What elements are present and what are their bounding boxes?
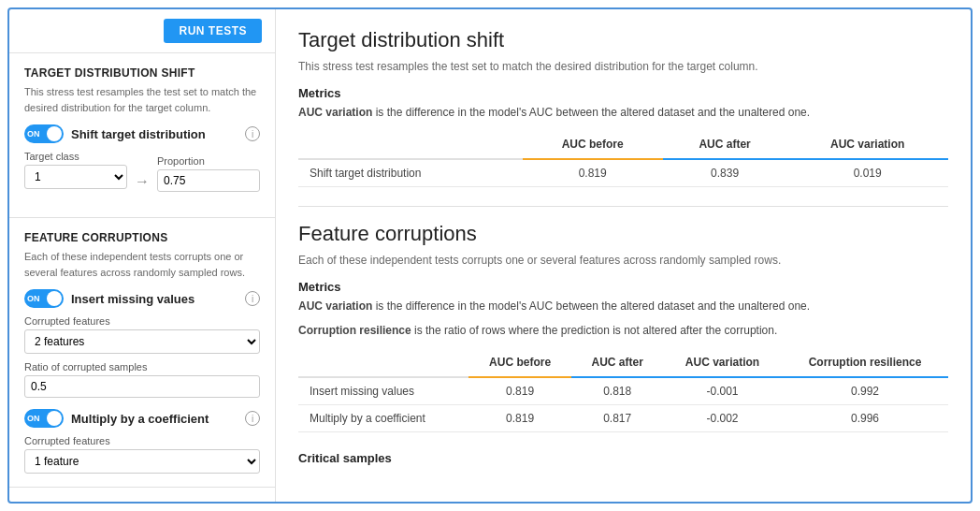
target-toggle-label: Shift target distribution xyxy=(71,127,206,141)
fc-row-name-1: Insert missing values xyxy=(298,377,468,405)
run-tests-bar: RUN TESTS xyxy=(9,9,275,53)
multiply-toggle-circle xyxy=(47,411,62,426)
target-info-icon[interactable]: i xyxy=(245,126,260,141)
feature-corruptions-section: FEATURE CORRUPTIONS Each of these indepe… xyxy=(9,218,275,488)
col-header-row-label-1 xyxy=(298,130,523,159)
col-header-auc-variation-1: AUC variation xyxy=(786,130,948,159)
auc-before-val-1: 0.819 xyxy=(523,159,663,187)
fc-corruption-resilience-2: 0.996 xyxy=(782,405,948,432)
insert-missing-toggle-row: ON Insert missing values i xyxy=(24,289,260,308)
auc-variation-text: is the difference in the model's AUC bet… xyxy=(372,106,810,119)
run-tests-button[interactable]: RUN TESTS xyxy=(164,19,262,43)
insert-missing-label: Insert missing values xyxy=(71,292,195,306)
insert-toggle-circle xyxy=(47,291,62,306)
col-header-auc-before-2: AUC before xyxy=(468,348,572,377)
feature-cr-desc: Corruption resilience is the ratio of ro… xyxy=(298,324,948,337)
multiply-label: Multiply by a coefficient xyxy=(71,412,209,426)
auc-after-val-1: 0.839 xyxy=(663,159,787,187)
fc-auc-variation-1: -0.001 xyxy=(663,377,782,405)
table-row: Shift target distribution 0.819 0.839 0.… xyxy=(298,159,948,187)
corrupted-features-label-2: Corrupted features xyxy=(24,435,260,446)
feature-section-title: FEATURE CORRUPTIONS xyxy=(24,231,260,244)
toggle-on-label: ON xyxy=(27,129,40,139)
insert-toggle-on-label: ON xyxy=(27,294,40,303)
feature-corruptions-desc: Each of these independent tests corrupts… xyxy=(298,254,948,267)
feature-section-desc: Each of these independent tests corrupts… xyxy=(24,249,260,280)
fc-auc-after-2: 0.817 xyxy=(571,405,663,432)
feature-auc-text: is the difference in the model's AUC bet… xyxy=(372,299,810,313)
fc-corruption-resilience-1: 0.992 xyxy=(782,377,948,405)
toggle-circle xyxy=(47,126,62,141)
multiply-info-icon[interactable]: i xyxy=(245,411,260,426)
table-row: Insert missing values 0.819 0.818 -0.001… xyxy=(298,377,948,405)
target-toggle-row: ON Shift target distribution i xyxy=(24,124,260,143)
multiply-toggle-row: ON Multiply by a coefficient i xyxy=(24,409,260,428)
col-header-auc-after-2: AUC after xyxy=(571,348,663,377)
feature-auc-bold: AUC variation xyxy=(298,299,372,313)
left-panel: RUN TESTS TARGET DISTRIBUTION SHIFT This… xyxy=(9,9,276,502)
target-distribution-section: TARGET DISTRIBUTION SHIFT This stress te… xyxy=(9,53,275,218)
ratio-label: Ratio of corrupted samples xyxy=(24,361,260,372)
feature-metrics-label: Metrics xyxy=(298,280,948,294)
target-class-input-row: 1 xyxy=(24,165,127,189)
multiply-fields: Corrupted features 1 feature xyxy=(24,435,260,474)
insert-missing-info-icon[interactable]: i xyxy=(245,291,260,306)
app-container: RUN TESTS TARGET DISTRIBUTION SHIFT This… xyxy=(7,7,973,504)
target-section-desc: This stress test resamples the test set … xyxy=(24,84,260,115)
fc-auc-before-2: 0.819 xyxy=(468,405,572,432)
section-divider xyxy=(298,206,948,207)
insert-missing-fields: Corrupted features 2 features Ratio of c… xyxy=(24,315,260,398)
col-header-row-label-2 xyxy=(298,348,468,377)
right-panel: Target distribution shift This stress te… xyxy=(276,9,971,502)
proportion-input[interactable] xyxy=(157,169,260,192)
corrupted-features-label-1: Corrupted features xyxy=(24,315,260,327)
target-toggle[interactable]: ON xyxy=(24,124,64,143)
feature-auc-desc: AUC variation is the difference in the m… xyxy=(298,299,948,313)
multiply-toggle-on-label: ON xyxy=(27,414,40,423)
target-class-label: Target class xyxy=(24,151,127,162)
fc-auc-after-1: 0.818 xyxy=(571,377,663,405)
target-class-row: Target class 1 → Proportion xyxy=(24,151,260,197)
target-section-title: TARGET DISTRIBUTION SHIFT xyxy=(24,66,260,80)
feature-cr-bold: Corruption resilience xyxy=(298,324,411,337)
row-name-1: Shift target distribution xyxy=(298,159,523,187)
arrow-right-icon: → xyxy=(135,173,150,190)
col-header-auc-variation-2: AUC variation xyxy=(663,348,782,377)
corrupted-features-select-2[interactable]: 1 feature xyxy=(24,449,260,474)
insert-missing-toggle[interactable]: ON xyxy=(24,289,64,308)
multiply-toggle[interactable]: ON xyxy=(24,409,64,428)
target-metrics-label: Metrics xyxy=(298,86,948,100)
fc-auc-before-1: 0.819 xyxy=(468,377,572,405)
col-header-auc-after-1: AUC after xyxy=(663,130,787,159)
fc-row-name-2: Multiply by a coefficient xyxy=(298,405,468,432)
target-metrics-desc: AUC variation is the difference in the m… xyxy=(298,106,948,119)
target-class-select[interactable]: 1 xyxy=(24,165,127,189)
auc-variation-val-1: 0.019 xyxy=(786,159,948,187)
corrupted-features-select-1[interactable]: 2 features xyxy=(24,329,260,354)
target-shift-heading: Target distribution shift xyxy=(298,28,948,52)
feature-corruptions-table: AUC before AUC after AUC variation Corru… xyxy=(298,348,948,432)
feature-corruptions-heading: Feature corruptions xyxy=(298,222,948,246)
auc-variation-bold: AUC variation xyxy=(298,106,372,119)
critical-samples-label: Critical samples xyxy=(298,451,948,465)
col-header-auc-before-1: AUC before xyxy=(523,130,663,159)
col-header-corruption-resilience: Corruption resilience xyxy=(782,348,948,377)
target-shift-desc: This stress test resamples the test set … xyxy=(298,60,948,73)
table-row: Multiply by a coefficient 0.819 0.817 -0… xyxy=(298,405,948,432)
ratio-input[interactable] xyxy=(24,375,260,398)
proportion-label: Proportion xyxy=(157,155,260,167)
fc-auc-variation-2: -0.002 xyxy=(663,405,782,432)
target-shift-table: AUC before AUC after AUC variation Shift… xyxy=(298,130,948,187)
feature-cr-text: is the ratio of rows where the predictio… xyxy=(411,324,778,337)
